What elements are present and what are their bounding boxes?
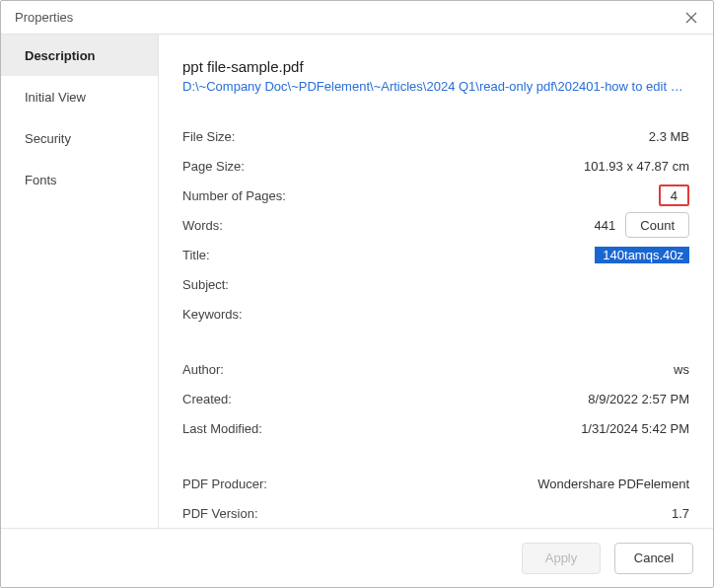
label-page-size: Page Size: <box>182 159 380 174</box>
dialog-footer: Apply Cancel <box>1 528 713 587</box>
row-subject: Subject: <box>182 269 689 299</box>
apply-button: Apply <box>522 543 601 574</box>
label-title: Title: <box>182 248 380 262</box>
label-modified: Last Modified: <box>182 421 380 436</box>
row-words: Words: 441 Count <box>182 210 689 240</box>
label-author: Author: <box>182 362 380 377</box>
label-created: Created: <box>182 392 380 406</box>
label-file-size: File Size: <box>182 129 380 144</box>
close-icon <box>685 12 697 24</box>
dialog-body: Description Initial View Security Fonts … <box>1 35 713 528</box>
row-author: Author: ws <box>182 354 689 384</box>
row-keywords: Keywords: <box>182 299 689 329</box>
label-pages: Number of Pages: <box>182 188 380 203</box>
row-page-size: Page Size: 101.93 x 47.87 cm <box>182 151 689 181</box>
words-count: 441 <box>595 218 616 233</box>
sidebar-item-initial-view[interactable]: Initial View <box>1 76 158 117</box>
properties-list: File Size: 2.3 MB Page Size: 101.93 x 47… <box>182 121 689 528</box>
count-button[interactable]: Count <box>625 212 689 238</box>
value-author[interactable]: ws <box>380 362 689 377</box>
value-pages: 4 <box>380 184 689 206</box>
value-page-size: 101.93 x 47.87 cm <box>380 159 689 174</box>
title-input[interactable] <box>595 247 689 263</box>
close-button[interactable] <box>679 6 703 30</box>
window-title: Properties <box>15 10 73 25</box>
main-panel: ppt file-sample.pdf D:\~Company Doc\~PDF… <box>159 35 713 528</box>
value-created: 8/9/2022 2:57 PM <box>380 392 689 406</box>
label-subject: Subject: <box>182 277 380 292</box>
row-version: PDF Version: 1.7 <box>182 498 689 528</box>
properties-dialog: Properties Description Initial View Secu… <box>0 0 714 588</box>
pages-highlight: 4 <box>659 184 689 206</box>
sidebar-item-label: Initial View <box>25 90 86 105</box>
label-version: PDF Version: <box>182 506 380 521</box>
value-modified: 1/31/2024 5:42 PM <box>380 421 689 436</box>
sidebar-item-label: Description <box>25 48 96 63</box>
label-producer: PDF Producer: <box>182 477 380 491</box>
row-file-size: File Size: 2.3 MB <box>182 121 689 151</box>
cancel-button[interactable]: Cancel <box>614 543 693 574</box>
titlebar: Properties <box>1 1 713 35</box>
document-title: ppt file-sample.pdf <box>182 58 689 75</box>
value-version: 1.7 <box>380 506 689 521</box>
value-producer: Wondershare PDFelement <box>380 477 689 491</box>
document-path[interactable]: D:\~Company Doc\~PDFelement\~Articles\20… <box>182 79 689 94</box>
sidebar-item-security[interactable]: Security <box>1 117 158 159</box>
row-producer: PDF Producer: Wondershare PDFelement <box>182 469 689 498</box>
label-keywords: Keywords: <box>182 307 380 322</box>
value-title <box>380 247 689 263</box>
sidebar-item-label: Fonts <box>25 173 57 187</box>
value-file-size: 2.3 MB <box>380 129 689 144</box>
sidebar-item-fonts[interactable]: Fonts <box>1 159 158 200</box>
row-title: Title: <box>182 240 689 269</box>
sidebar-item-label: Security <box>25 131 71 146</box>
row-pages: Number of Pages: 4 <box>182 181 689 210</box>
label-words: Words: <box>182 218 380 233</box>
sidebar-item-description[interactable]: Description <box>1 35 158 76</box>
row-created: Created: 8/9/2022 2:57 PM <box>182 384 689 413</box>
row-modified: Last Modified: 1/31/2024 5:42 PM <box>182 413 689 443</box>
sidebar: Description Initial View Security Fonts <box>1 35 159 528</box>
value-words: 441 Count <box>380 212 689 238</box>
